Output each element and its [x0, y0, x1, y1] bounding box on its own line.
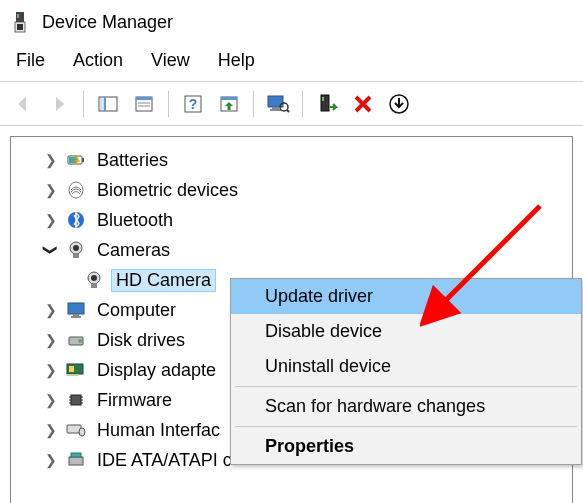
toolbar-forward[interactable]: [44, 89, 74, 119]
svg-text:?: ?: [189, 96, 198, 112]
toolbar-update-driver[interactable]: [214, 89, 244, 119]
update-driver-icon: [218, 93, 240, 115]
svg-rect-41: [67, 374, 79, 376]
tree-label: Batteries: [93, 150, 172, 171]
tree-label: Human Interfac: [93, 420, 224, 441]
svg-point-29: [73, 245, 79, 251]
tree-label: Display adapte: [93, 360, 220, 381]
tree-node-batteries[interactable]: ❯ Batteries: [11, 145, 572, 175]
svg-rect-16: [272, 107, 279, 109]
svg-rect-17: [270, 109, 281, 111]
svg-point-32: [91, 275, 97, 281]
tree-node-biometric[interactable]: ❯ Biometric devices: [11, 175, 572, 205]
svg-rect-40: [69, 366, 74, 372]
add-legacy-icon: [316, 93, 338, 115]
menu-view[interactable]: View: [141, 46, 200, 75]
ide-icon: [63, 449, 89, 471]
svg-rect-30: [73, 254, 79, 258]
ctx-separator: [235, 426, 577, 427]
app-icon: [8, 10, 32, 34]
toolbar-add-legacy[interactable]: [312, 89, 342, 119]
console-tree-icon: [97, 93, 119, 115]
back-icon: [12, 93, 34, 115]
help-icon: ?: [182, 93, 204, 115]
toolbar-remove[interactable]: [384, 89, 414, 119]
window-titlebar: Device Manager: [0, 0, 583, 44]
camera-icon: [81, 269, 107, 291]
chevron-right-icon[interactable]: ❯: [43, 182, 59, 198]
context-menu: Update driver Disable device Uninstall d…: [230, 278, 582, 465]
svg-rect-14: [221, 97, 237, 100]
chevron-right-icon[interactable]: ❯: [43, 422, 59, 438]
svg-rect-21: [322, 97, 324, 101]
ctx-uninstall-device[interactable]: Uninstall device: [231, 349, 581, 384]
svg-rect-52: [71, 453, 81, 457]
chevron-right-icon[interactable]: ❯: [43, 392, 59, 408]
svg-rect-33: [91, 284, 97, 288]
toolbar-properties[interactable]: [129, 89, 159, 119]
ctx-disable-device[interactable]: Disable device: [231, 314, 581, 349]
tree-label: Bluetooth: [93, 210, 177, 231]
toolbar-back[interactable]: [8, 89, 38, 119]
svg-rect-35: [73, 314, 79, 316]
tree-label: Cameras: [93, 240, 174, 261]
svg-rect-1: [17, 24, 23, 30]
window-title: Device Manager: [42, 12, 173, 33]
monitor-icon: [63, 299, 89, 321]
ctx-separator: [235, 386, 577, 387]
battery-icon: [63, 149, 89, 171]
toolbar-help[interactable]: ?: [178, 89, 208, 119]
chevron-right-icon[interactable]: ❯: [43, 452, 59, 468]
ctx-update-driver[interactable]: Update driver: [231, 279, 581, 314]
disk-icon: [63, 329, 89, 351]
svg-point-50: [79, 428, 85, 436]
ctx-scan-hardware[interactable]: Scan for hardware changes: [231, 389, 581, 424]
svg-rect-51: [69, 457, 83, 465]
menu-file[interactable]: File: [6, 46, 55, 75]
gpu-icon: [63, 359, 89, 381]
remove-icon: [388, 93, 410, 115]
toolbar-scan-hardware[interactable]: [263, 89, 293, 119]
tree-node-cameras[interactable]: ❯ Cameras: [11, 235, 572, 265]
svg-rect-42: [71, 395, 81, 405]
fingerprint-icon: [63, 179, 89, 201]
toolbar: ?: [0, 82, 583, 126]
bluetooth-icon: [63, 209, 89, 231]
tree-label: Biometric devices: [93, 180, 242, 201]
svg-rect-34: [68, 303, 84, 314]
tree-label: Firmware: [93, 390, 176, 411]
scan-hardware-icon: [266, 93, 290, 115]
properties-icon: [133, 93, 155, 115]
toolbar-console-tree[interactable]: [93, 89, 123, 119]
chevron-right-icon[interactable]: ❯: [43, 362, 59, 378]
uninstall-icon: [352, 93, 374, 115]
menu-action[interactable]: Action: [63, 46, 133, 75]
svg-rect-3: [17, 14, 19, 18]
chevron-right-icon[interactable]: ❯: [43, 302, 59, 318]
menu-help[interactable]: Help: [208, 46, 265, 75]
tree-label: Disk drives: [93, 330, 189, 351]
camera-icon: [63, 239, 89, 261]
menubar: File Action View Help: [0, 44, 583, 81]
hid-icon: [63, 419, 89, 441]
tree-node-bluetooth[interactable]: ❯ Bluetooth: [11, 205, 572, 235]
forward-icon: [48, 93, 70, 115]
chevron-right-icon[interactable]: ❯: [43, 152, 59, 168]
tree-label: Computer: [93, 300, 180, 321]
svg-rect-8: [136, 97, 152, 100]
tree-label: HD Camera: [111, 269, 216, 292]
ctx-properties[interactable]: Properties: [231, 429, 581, 464]
chevron-right-icon[interactable]: ❯: [43, 332, 59, 348]
chevron-right-icon[interactable]: ❯: [43, 212, 59, 228]
toolbar-uninstall[interactable]: [348, 89, 378, 119]
chip-icon: [63, 389, 89, 411]
svg-rect-36: [71, 316, 81, 318]
svg-rect-24: [82, 158, 84, 162]
svg-line-19: [287, 110, 289, 112]
svg-rect-6: [100, 98, 104, 110]
chevron-down-icon[interactable]: ❯: [43, 242, 59, 258]
tree-label: IDE ATA/ATAPI c: [93, 450, 236, 471]
svg-point-38: [78, 339, 82, 343]
